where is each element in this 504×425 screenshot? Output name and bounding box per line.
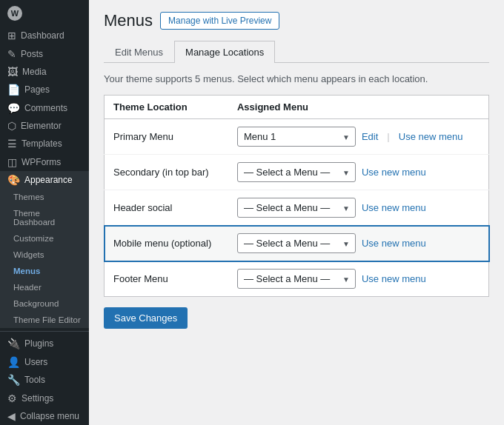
sidebar-item-label: WPForms (21, 157, 61, 167)
sidebar-item-label: Media (22, 67, 47, 77)
tab-manage-locations[interactable]: Manage Locations (174, 41, 275, 63)
table-row: Secondary (in top bar)— Select a Menu —▼… (105, 155, 489, 190)
tab-bar: Edit Menus Manage Locations (104, 41, 489, 63)
use-new-menu-link[interactable]: Use new menu (362, 167, 426, 178)
location-cell: Secondary (in top bar) (105, 155, 228, 190)
sidebar-divider (0, 331, 89, 332)
menu-cell: — Select a Menu —▼Use new menu (228, 190, 488, 225)
sidebar-item-comments[interactable]: 💬 Comments (0, 98, 89, 116)
locations-table: Theme Location Assigned Menu Primary Men… (104, 95, 489, 297)
page-title: Menus (104, 11, 153, 30)
table-row: Mobile menu (optional)— Select a Menu —▼… (105, 226, 489, 261)
table-row: Header social— Select a Menu —▼Use new m… (105, 190, 489, 226)
menu-select[interactable]: — Select a Menu — (237, 162, 356, 182)
live-preview-button[interactable]: Manage with Live Preview (160, 12, 279, 30)
separator: | (387, 131, 389, 142)
sidebar-item-wpforms[interactable]: ◫ WPForms (0, 153, 89, 171)
sidebar-sub-item-background[interactable]: Background (0, 295, 89, 312)
sidebar-item-label: Comments (24, 103, 67, 113)
sidebar-item-tools[interactable]: 🔧 Tools (0, 371, 89, 389)
page-description: Your theme supports 5 menus. Select whic… (104, 73, 489, 84)
sidebar-sub-item-header[interactable]: Header (0, 279, 89, 295)
sidebar-item-plugins[interactable]: 🔌 Plugins (0, 335, 89, 352)
sidebar-sub-item-widgets[interactable]: Widgets (0, 247, 89, 263)
table-row: Footer Menu— Select a Menu —▼Use new men… (105, 261, 489, 297)
sidebar-item-label: Dashboard (21, 30, 64, 41)
use-new-menu-link[interactable]: Use new menu (399, 131, 463, 142)
col-assigned-menu: Assigned Menu (228, 96, 489, 119)
use-new-menu-link[interactable]: Use new menu (362, 238, 426, 249)
posts-icon: ✎ (7, 48, 16, 60)
sidebar-item-collapse[interactable]: ◀ Collapse menu (0, 407, 89, 425)
sidebar-item-label: Tools (24, 375, 45, 385)
sidebar-sub-item-theme-dashboard[interactable]: Theme Dashboard (0, 205, 89, 230)
menu-cell: — Select a Menu —▼Use new menu (228, 226, 488, 261)
sidebar-item-label: Elementor (21, 121, 62, 131)
sidebar-item-label: Settings (21, 393, 53, 404)
sidebar-item-label: Pages (24, 84, 50, 95)
dashboard-icon: ⊞ (7, 30, 16, 41)
location-cell: Header social (105, 190, 228, 226)
elementor-icon: ⬡ (7, 120, 16, 132)
sidebar-item-settings[interactable]: ⚙ Settings (0, 389, 89, 406)
location-cell: Primary Menu (105, 119, 228, 155)
sidebar: W ⊞ Dashboard ✎ Posts 🖼 Media 📄 Pages 💬 … (0, 0, 89, 425)
sidebar-item-label: Users (24, 357, 47, 367)
templates-icon: ☰ (7, 138, 17, 150)
comments-icon: 💬 (7, 102, 20, 114)
sidebar-item-label: Collapse menu (20, 411, 79, 421)
appearance-icon: 🎨 (7, 174, 20, 186)
use-new-menu-link[interactable]: Use new menu (362, 273, 426, 284)
sidebar-item-pages[interactable]: 📄 Pages (0, 81, 89, 98)
appearance-submenu: Themes Theme Dashboard Customize Widgets… (0, 189, 89, 328)
location-cell: Footer Menu (105, 261, 228, 297)
sidebar-item-label: Plugins (24, 338, 53, 349)
select-wrapper: Menu 1▼ (237, 127, 356, 147)
select-wrapper: — Select a Menu —▼ (237, 198, 356, 218)
sidebar-sub-item-themes[interactable]: Themes (0, 189, 89, 205)
main-content: Menus Manage with Live Preview Edit Menu… (89, 0, 504, 425)
menu-select[interactable]: — Select a Menu — (237, 198, 356, 218)
menu-select[interactable]: — Select a Menu — (237, 233, 356, 253)
sidebar-item-posts[interactable]: ✎ Posts (0, 44, 89, 62)
sidebar-item-label: Templates (21, 138, 62, 149)
page-header: Menus Manage with Live Preview (104, 11, 489, 30)
menu-select[interactable]: Menu 1 (237, 127, 356, 147)
sidebar-item-users[interactable]: 👤 Users (0, 353, 89, 371)
col-theme-location: Theme Location (105, 96, 228, 119)
table-row: Primary MenuMenu 1▼Edit|Use new menu (105, 119, 489, 155)
sidebar-item-label: Posts (21, 49, 43, 59)
sidebar-item-elementor[interactable]: ⬡ Elementor (0, 117, 89, 135)
tab-edit-menus[interactable]: Edit Menus (104, 41, 174, 63)
location-cell: Mobile menu (optional) (105, 226, 228, 261)
settings-icon: ⚙ (7, 392, 17, 404)
plugins-icon: 🔌 (7, 338, 20, 349)
pages-icon: 📄 (7, 84, 20, 96)
sidebar-sub-item-customize[interactable]: Customize (0, 230, 89, 247)
collapse-icon: ◀ (7, 410, 16, 422)
users-icon: 👤 (7, 356, 20, 368)
sidebar-item-label: Appearance (24, 175, 73, 185)
use-new-menu-link[interactable]: Use new menu (362, 202, 426, 213)
menu-cell: Menu 1▼Edit|Use new menu (228, 119, 488, 154)
save-changes-button[interactable]: Save Changes (104, 307, 188, 329)
sidebar-logo: W (0, 0, 89, 27)
select-wrapper: — Select a Menu —▼ (237, 233, 356, 253)
menu-select[interactable]: — Select a Menu — (237, 269, 356, 289)
tools-icon: 🔧 (7, 374, 20, 386)
media-icon: 🖼 (7, 66, 18, 78)
wpforms-icon: ◫ (7, 156, 17, 168)
select-wrapper: — Select a Menu —▼ (237, 269, 356, 289)
select-wrapper: — Select a Menu —▼ (237, 162, 356, 182)
wp-logo-icon: W (7, 6, 22, 21)
menu-cell: — Select a Menu —▼Use new menu (228, 155, 488, 190)
edit-menu-link[interactable]: Edit (362, 131, 378, 142)
sidebar-sub-item-menus[interactable]: Menus (0, 263, 89, 279)
menu-cell: — Select a Menu —▼Use new menu (228, 261, 488, 296)
sidebar-item-dashboard[interactable]: ⊞ Dashboard (0, 27, 89, 44)
sidebar-item-media[interactable]: 🖼 Media (0, 63, 89, 81)
sidebar-item-appearance[interactable]: 🎨 Appearance (0, 171, 89, 189)
sidebar-sub-item-theme-file-editor[interactable]: Theme File Editor (0, 312, 89, 328)
sidebar-item-templates[interactable]: ☰ Templates (0, 135, 89, 153)
